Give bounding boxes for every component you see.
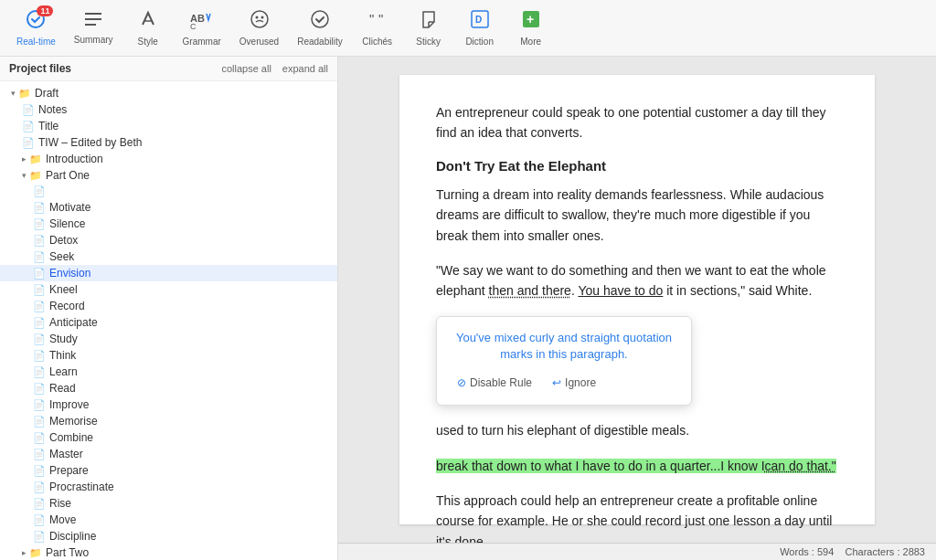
realtime-icon: 11 xyxy=(26,9,46,34)
tree-item[interactable]: 📄Improve xyxy=(0,396,337,413)
file-icon: 📄 xyxy=(33,416,46,428)
svg-point-9 xyxy=(261,16,263,19)
editor-page: An entrepreneur could speak to one poten… xyxy=(399,75,875,524)
file-icon: 📄 xyxy=(22,104,35,116)
toolbar-cliches[interactable]: "" Clichés xyxy=(352,4,403,53)
svg-text:C: C xyxy=(190,22,197,29)
file-icon: 📄 xyxy=(33,251,46,263)
toolbar-sticky[interactable]: Sticky xyxy=(403,4,454,53)
file-icon: 📄 xyxy=(22,121,35,132)
tree-item-label: Procrastinate xyxy=(49,481,114,493)
summary-label: Summary xyxy=(74,35,113,45)
tree-item[interactable]: ▾📁Part One xyxy=(0,167,337,184)
tree-item[interactable]: 📄Study xyxy=(0,331,337,347)
tree-item[interactable]: 📄Learn xyxy=(0,364,337,380)
tree-item[interactable]: 📄Title xyxy=(0,118,337,134)
collapse-all-button[interactable]: collapse all xyxy=(221,63,271,74)
tree-item-label: Draft xyxy=(35,87,58,100)
tree-item[interactable]: 📄Procrastinate xyxy=(0,479,337,495)
tree-item[interactable]: 📄 xyxy=(0,184,337,199)
tree-item-label: Record xyxy=(49,300,85,312)
tree-item[interactable]: 📄Read xyxy=(0,380,337,396)
tree-item[interactable]: ▸📁Introduction xyxy=(0,151,337,167)
tree-item[interactable]: 📄Think xyxy=(0,347,337,364)
paragraph-3: Turning a dream into reality demands fea… xyxy=(436,185,838,246)
svg-text:": " xyxy=(369,11,374,26)
folder-icon: 📁 xyxy=(29,547,42,559)
tree-item-label: Introduction xyxy=(46,153,103,165)
file-icon: 📄 xyxy=(33,317,46,329)
file-icon: 📄 xyxy=(33,383,46,395)
tree-item-label: Learn xyxy=(49,365,78,378)
paragraph-1: An entrepreneur could speak to one poten… xyxy=(436,102,838,143)
paragraph-6: break that down to what I have to do in … xyxy=(436,456,838,476)
tree-item[interactable]: 📄Detox xyxy=(0,232,337,248)
file-icon: 📄 xyxy=(33,350,46,362)
tree-item[interactable]: 📄Motivate xyxy=(0,199,337,216)
tree-item[interactable]: 📄Discipline xyxy=(0,528,337,544)
toolbar-more[interactable]: + More xyxy=(505,4,557,53)
tree-item[interactable]: 📄Silence xyxy=(0,216,337,232)
tree-item[interactable]: 📄Anticipate xyxy=(0,314,337,331)
svg-text:D: D xyxy=(475,15,482,25)
tree-item-label: Rise xyxy=(49,497,71,510)
tree-item-label: Detox xyxy=(49,234,78,247)
tree-item[interactable]: 📄Kneel xyxy=(0,281,337,298)
tree-item-label: Discipline xyxy=(49,530,96,543)
file-icon: 📄 xyxy=(33,202,46,214)
expand-all-button[interactable]: expand all xyxy=(282,63,328,74)
file-icon: 📄 xyxy=(33,301,46,312)
tree-item[interactable]: 📄Record xyxy=(0,298,337,314)
tree-item[interactable]: 📄Seek xyxy=(0,248,337,265)
file-icon: 📄 xyxy=(33,235,46,247)
file-icon: 📄 xyxy=(33,268,46,280)
ignore-label: Ignore xyxy=(565,376,596,389)
realtime-badge: 11 xyxy=(37,5,53,16)
disable-rule-button[interactable]: ⊘ Disable Rule xyxy=(452,374,537,392)
file-icon: 📄 xyxy=(33,366,46,378)
tree-item[interactable]: 📄Master xyxy=(0,446,337,462)
tree-item-label: Move xyxy=(49,513,76,526)
tree-item[interactable]: 📄Notes xyxy=(0,101,337,118)
tree-item[interactable]: 📄Envision xyxy=(0,265,337,281)
diction-label: Diction xyxy=(465,37,494,47)
tree-item[interactable]: 📄Combine xyxy=(0,429,337,446)
tree-item[interactable]: 📄Prepare xyxy=(0,462,337,479)
sidebar-header: Project files collapse all expand all xyxy=(0,57,337,81)
paragraph-5: used to turn his elephant of digestible … xyxy=(436,420,838,440)
tooltip-popup: You've mixed curly and straight quotatio… xyxy=(436,316,692,406)
more-icon: + xyxy=(521,9,541,34)
toolbar-style[interactable]: Style xyxy=(122,4,174,53)
tree-item-label: Kneel xyxy=(49,283,78,296)
svg-point-7 xyxy=(251,11,268,27)
tree-item[interactable]: ▸📁Part Two xyxy=(0,544,337,560)
content-area: An entrepreneur could speak to one poten… xyxy=(338,57,936,560)
tree-item-label: Motivate xyxy=(49,201,90,214)
ignore-button[interactable]: ↩ Ignore xyxy=(547,374,601,392)
tree-item[interactable]: ▾📁Draft xyxy=(0,85,337,101)
toolbar-readability[interactable]: Readability xyxy=(288,4,351,53)
sidebar: Project files collapse all expand all ▾📁… xyxy=(0,57,338,560)
file-icon: 📄 xyxy=(33,449,46,460)
file-icon: 📄 xyxy=(33,531,46,543)
cliches-icon: "" xyxy=(367,9,388,34)
tree-item[interactable]: 📄TIW – Edited by Beth xyxy=(0,134,337,151)
toolbar-diction[interactable]: D Diction xyxy=(454,4,505,53)
toolbar-realtime[interactable]: 11 Real-time xyxy=(7,4,65,53)
toolbar-grammar[interactable]: AB C Grammar xyxy=(174,4,230,53)
toolbar-overused[interactable]: Overused xyxy=(230,4,288,53)
svg-text:": " xyxy=(378,11,383,26)
tree-item[interactable]: 📄Rise xyxy=(0,495,337,512)
folder-caret-icon: ▸ xyxy=(22,548,27,557)
tree-item[interactable]: 📄Move xyxy=(0,512,337,528)
tree-item-label: Notes xyxy=(38,103,67,116)
file-icon: 📄 xyxy=(33,498,46,510)
disable-rule-label: Disable Rule xyxy=(470,376,532,389)
tooltip-actions: ⊘ Disable Rule ↩ Ignore xyxy=(452,374,676,392)
toolbar-summary[interactable]: Summary xyxy=(65,4,122,53)
tree-item-label: Seek xyxy=(49,250,74,263)
tree-item[interactable]: 📄Memorise xyxy=(0,413,337,429)
tree-item-label: Memorise xyxy=(49,415,98,428)
file-icon: 📄 xyxy=(33,333,46,345)
underline-2: You have to do xyxy=(578,283,663,298)
